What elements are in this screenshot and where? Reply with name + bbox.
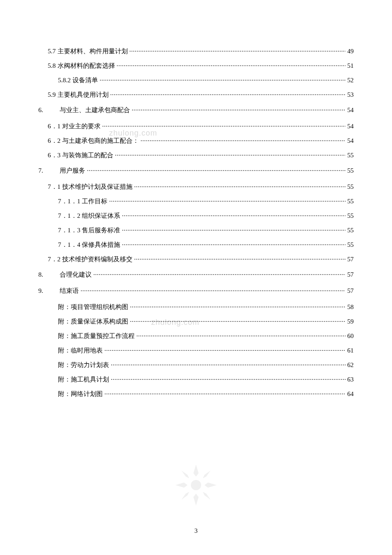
page-number: 3: [194, 527, 198, 535]
toc-section-number: 9.: [38, 287, 60, 295]
toc-leader-dots: [100, 76, 346, 82]
toc-entry-label: 附：临时用地表: [58, 347, 103, 355]
toc-entry-page: 55: [347, 183, 354, 191]
toc-entry: 6．3 与装饰施工的配合 55: [38, 151, 354, 159]
toc-entry: 5.8 水阀材料的配套选择 51: [38, 61, 354, 70]
toc-entry: 5.7 主要材料、构件用量计划 49: [38, 47, 354, 55]
toc-entry-page: 58: [347, 304, 354, 311]
toc-entry-label: 附：施工机具计划: [58, 376, 109, 384]
toc-leader-dots: [104, 390, 346, 396]
toc-leader-dots: [122, 240, 346, 247]
toc-entry-page: 55: [347, 227, 354, 234]
toc-leader-dots: [134, 182, 346, 189]
toc-entry: 7．2 技术维护资料编制及移交 57: [38, 255, 354, 263]
toc-entry: 7．1．1 工作目标 55: [38, 197, 354, 205]
toc-entry-page: 54: [347, 137, 354, 145]
toc-entry-page: 49: [347, 48, 354, 55]
toc-entry: 6．1 对业主的要求 54: [38, 122, 354, 130]
toc-entry-page: 64: [347, 390, 354, 398]
toc-entry-page: 57: [347, 271, 354, 278]
toc-entry-page: 57: [347, 287, 354, 295]
toc-entry: 7．1．4 保修具体措施 55: [38, 240, 354, 249]
toc-entry-label: 6．1 对业主的要求: [48, 122, 101, 130]
toc-leader-dots: [122, 226, 346, 232]
toc-entry-label: 5.8 水阀材料的配套选择: [48, 62, 115, 70]
toc-leader-dots: [93, 270, 346, 277]
toc-entry-label: 6．3 与装饰施工的配合: [48, 151, 113, 159]
toc-entry: 附：质量保证体系构成图59: [38, 317, 354, 326]
toc-entry-label: 7．1．4 保修具体措施: [58, 241, 120, 249]
toc-entry-page: 55: [347, 241, 354, 249]
toc-leader-dots: [104, 346, 346, 353]
toc-entry-label: 5.8.2 设备清单: [58, 76, 98, 84]
toc-entry-page: 53: [347, 91, 354, 98]
toc-entry: 7．1．2 组织保证体系 55: [38, 211, 354, 220]
toc-entry-label: 附：质量保证体系构成图: [58, 318, 128, 326]
toc-entry: 6．2 与土建承包商的施工配合： 54: [38, 136, 354, 145]
toc-leader-dots: [115, 151, 346, 157]
svg-point-0: [191, 480, 201, 490]
toc-entry-label: 用户服务: [60, 167, 85, 175]
toc-entry: 7.用户服务55: [38, 166, 354, 175]
toc-entry-page: 63: [347, 376, 354, 383]
toc-leader-dots: [132, 106, 346, 112]
toc-entry-page: 54: [347, 123, 354, 130]
toc-leader-dots: [111, 375, 346, 382]
toc-entry-page: 60: [347, 332, 354, 340]
toc-entry: 附：劳动力计划表62: [38, 361, 354, 369]
toc-entry: 6.与业主、土建承包商配合54: [38, 106, 354, 114]
toc-entry-label: 7．2 技术维护资料编制及移交: [48, 255, 133, 263]
toc-entry: 7．1 技术维护计划及保证措施 55: [38, 182, 354, 191]
toc-entry-label: 5.7 主要材料、构件用量计划: [48, 47, 128, 55]
toc-entry-page: 57: [347, 256, 354, 263]
toc-leader-dots: [81, 286, 346, 293]
table-of-contents: 5.7 主要材料、构件用量计划 495.8 水阀材料的配套选择 515.8.2 …: [38, 47, 354, 398]
toc-entry: 5.9 主要机具使用计划 53: [38, 90, 354, 99]
toc-entry-page: 55: [347, 167, 354, 174]
toc-entry-label: 5.9 主要机具使用计划: [48, 91, 109, 99]
toc-entry-label: 6．2 与土建承包商的施工配合：: [48, 137, 139, 145]
toc-leader-dots: [134, 255, 346, 261]
toc-leader-dots: [130, 303, 346, 309]
toc-section-number: 6.: [38, 107, 60, 114]
toc-entry: 附：施工质量预控工作流程60: [38, 332, 354, 340]
toc-entry-page: 55: [347, 198, 354, 205]
toc-leader-dots: [87, 166, 346, 173]
toc-entry: 附：网络计划图64: [38, 390, 354, 398]
toc-entry-page: 51: [347, 62, 354, 69]
toc-entry-label: 7．1．1 工作目标: [58, 197, 107, 205]
toc-entry: 8.合理化建议57: [38, 270, 354, 279]
toc-entry-page: 55: [347, 212, 354, 220]
toc-leader-dots: [136, 332, 346, 338]
toc-entry-label: 7．1．3 售后服务标准: [58, 226, 120, 234]
toc-section-number: 8.: [38, 271, 60, 278]
toc-leader-dots: [102, 122, 346, 128]
toc-entry: 附：项目管理组织机构图58: [38, 303, 354, 311]
toc-leader-dots: [109, 197, 346, 203]
toc-entry: 附：施工机具计划63: [38, 375, 354, 384]
toc-leader-dots: [111, 361, 346, 367]
toc-entry-label: 7．1．2 组织保证体系: [58, 212, 120, 220]
toc-entry-label: 附：网络计划图: [58, 390, 103, 398]
toc-leader-dots: [141, 136, 346, 143]
toc-entry-page: 61: [347, 347, 354, 354]
toc-entry-label: 附：施工质量预控工作流程: [58, 332, 135, 340]
toc-entry: 5.8.2 设备清单 52: [38, 76, 354, 84]
toc-section-number: 7.: [38, 167, 60, 174]
toc-leader-dots: [122, 211, 346, 218]
toc-entry-page: 54: [347, 107, 354, 114]
toc-entry: 9.结束语57: [38, 286, 354, 295]
toc-leader-dots: [130, 317, 346, 324]
toc-entry-label: 与业主、土建承包商配合: [60, 106, 130, 114]
toc-entry-label: 7．1 技术维护计划及保证措施: [48, 183, 133, 191]
toc-entry: 附：临时用地表61: [38, 346, 354, 355]
watermark-icon: [175, 464, 217, 506]
toc-leader-dots: [130, 47, 346, 53]
toc-leader-dots: [117, 61, 346, 68]
toc-entry-page: 59: [347, 318, 354, 325]
toc-entry-page: 52: [347, 77, 354, 84]
toc-entry-page: 55: [347, 152, 354, 159]
toc-leader-dots: [110, 90, 346, 97]
toc-entry-page: 62: [347, 361, 354, 369]
toc-entry: 7．1．3 售后服务标准 55: [38, 226, 354, 234]
